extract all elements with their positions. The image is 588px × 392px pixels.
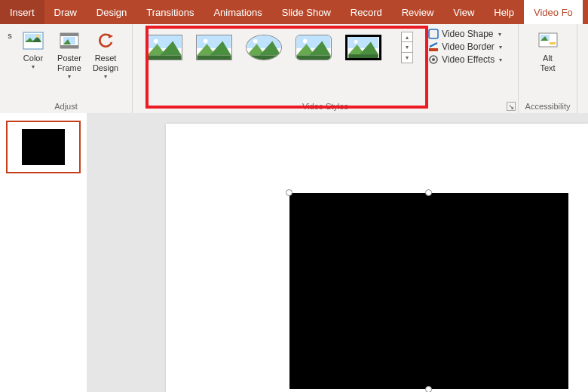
svg-rect-24 — [247, 55, 280, 60]
svg-rect-16 — [197, 35, 231, 48]
shape-icon — [428, 29, 439, 39]
alt-text-icon — [536, 29, 560, 52]
tab-video-format[interactable]: Video Fo — [524, 0, 583, 24]
video-style-option-5[interactable] — [345, 35, 381, 60]
accessibility-group-label: Accessibility — [519, 100, 577, 113]
corrections-button[interactable]: s — [5, 27, 15, 41]
svg-point-15 — [154, 39, 158, 44]
group-adjust: s Color ▾ Poster Frame ▾ Reset — [0, 24, 133, 113]
svg-point-20 — [204, 39, 208, 44]
color-label: Color — [23, 54, 43, 63]
color-button[interactable]: Color ▾ — [15, 27, 51, 70]
svg-point-35 — [354, 40, 358, 44]
poster-frame-button[interactable]: Poster Frame ▾ — [51, 27, 87, 80]
picture-icon — [21, 29, 45, 52]
video-object[interactable] — [289, 193, 568, 389]
video-shape-button[interactable]: Video Shape ▾ — [428, 29, 502, 39]
svg-point-39 — [432, 58, 435, 61]
alt-text-label: Alt Text — [540, 54, 555, 73]
svg-rect-21 — [247, 35, 280, 48]
tab-view[interactable]: View — [443, 0, 484, 24]
svg-rect-7 — [60, 45, 78, 48]
video-border-button[interactable]: Video Border ▾ — [428, 41, 502, 52]
selection-handle[interactable] — [286, 189, 292, 196]
poster-frame-label: Poster Frame — [57, 54, 81, 73]
video-style-option-2[interactable] — [196, 35, 232, 60]
gallery-expand[interactable]: ▾ — [401, 53, 413, 63]
alt-text-button[interactable]: Alt Text — [530, 27, 566, 73]
effects-icon — [428, 54, 439, 65]
svg-rect-37 — [429, 48, 438, 51]
slide[interactable] — [166, 124, 588, 392]
tab-help[interactable]: Help — [484, 0, 524, 24]
svg-rect-11 — [147, 35, 181, 48]
chevron-down-icon: ▾ — [499, 57, 502, 63]
tab-draw[interactable]: Draw — [44, 0, 87, 24]
svg-rect-42 — [550, 42, 556, 44]
selection-handle[interactable] — [425, 189, 432, 196]
group-video-styles: ▴ ▾ ▾ Video Shape ▾ Video Border ▾ — [133, 24, 519, 113]
chevron-down-icon: ▾ — [68, 73, 71, 80]
svg-rect-34 — [348, 54, 378, 58]
svg-rect-36 — [429, 29, 438, 38]
video-style-option-4[interactable] — [296, 35, 332, 60]
video-shape-label: Video Shape — [442, 29, 494, 39]
chevron-down-icon: ▾ — [104, 73, 107, 80]
svg-point-4 — [36, 35, 39, 38]
group-cut — [577, 24, 588, 113]
adjust-group-label: Adjust — [0, 100, 132, 113]
filmstrip-icon — [57, 29, 81, 52]
group-accessibility: Alt Text Accessibility — [519, 24, 577, 113]
svg-rect-6 — [60, 33, 78, 36]
reset-design-label: Reset Design — [93, 54, 118, 73]
video-effects-button[interactable]: Video Effects ▾ — [428, 54, 502, 65]
slide-canvas-area — [87, 113, 588, 392]
video-styles-dialog-launcher[interactable]: ↘ — [507, 102, 516, 111]
chevron-down-icon: ▾ — [32, 63, 35, 70]
tab-transitions[interactable]: Transitions — [136, 0, 204, 24]
video-style-option-3[interactable] — [246, 35, 282, 60]
svg-rect-31 — [348, 37, 378, 48]
chevron-down-icon: ▾ — [499, 44, 502, 51]
selection-handle[interactable] — [425, 386, 432, 392]
video-style-options: Video Shape ▾ Video Border ▾ Video Effec… — [425, 24, 508, 65]
slide-thumbnail-panel — [0, 113, 87, 392]
reset-icon — [93, 29, 118, 52]
svg-marker-10 — [109, 34, 113, 38]
gallery-scroll-up[interactable]: ▴ — [401, 32, 413, 42]
tab-slideshow[interactable]: Slide Show — [272, 0, 341, 24]
tab-record[interactable]: Record — [341, 0, 392, 24]
gallery-scroll-down[interactable]: ▾ — [401, 42, 413, 53]
border-icon — [428, 41, 439, 52]
tab-insert[interactable]: Insert — [0, 0, 44, 24]
svg-rect-19 — [197, 55, 231, 60]
svg-rect-29 — [296, 55, 330, 60]
svg-point-25 — [253, 39, 258, 44]
tab-animations[interactable]: Animations — [204, 0, 271, 24]
video-styles-group-label: Video Styles — [133, 100, 518, 113]
tab-review[interactable]: Review — [392, 0, 444, 24]
editor-area — [0, 113, 588, 392]
ribbon: s Color ▾ Poster Frame ▾ Reset — [0, 24, 588, 113]
video-border-label: Video Border — [442, 41, 495, 52]
tab-design[interactable]: Design — [87, 0, 136, 24]
video-styles-gallery: ▴ ▾ ▾ — [133, 24, 425, 63]
svg-rect-14 — [147, 55, 181, 60]
chevron-down-icon: ▾ — [498, 31, 501, 38]
slide-thumbnail-1[interactable] — [6, 121, 81, 173]
gallery-scroll: ▴ ▾ ▾ — [401, 32, 413, 63]
corrections-label: s — [8, 31, 12, 41]
video-effects-label: Video Effects — [442, 54, 495, 65]
ribbon-tabs: Insert Draw Design Transitions Animation… — [0, 0, 588, 24]
video-style-option-1[interactable] — [146, 35, 182, 60]
reset-design-button[interactable]: Reset Design ▾ — [87, 27, 124, 80]
svg-rect-26 — [296, 35, 330, 48]
svg-point-30 — [303, 39, 308, 44]
